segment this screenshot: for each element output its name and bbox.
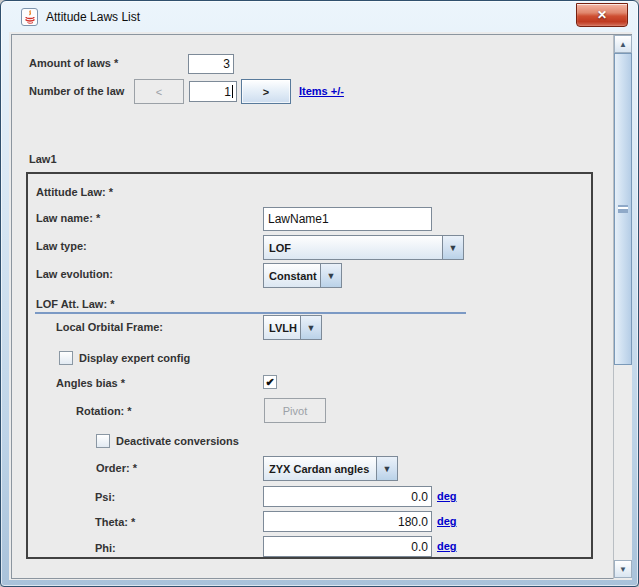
close-button[interactable]: ✕ <box>576 3 628 27</box>
scrollbar-thumb[interactable] <box>614 53 632 365</box>
rotation-label: Rotation: * <box>76 405 132 417</box>
attitude-law-label: Attitude Law: * <box>36 186 113 198</box>
psi-deg-link[interactable]: deg <box>437 490 457 502</box>
order-combobox[interactable]: ZYX Cardan angles ▼ <box>263 456 398 481</box>
section-separator <box>35 312 466 314</box>
display-expert-config-checkbox[interactable] <box>59 351 73 365</box>
angles-bias-checkbox[interactable]: ✔ <box>263 375 277 389</box>
law-name-label: Law name: * <box>36 212 100 224</box>
local-orbital-frame-label: Local Orbital Frame: <box>56 321 163 333</box>
deactivate-conversions-label: Deactivate conversions <box>116 435 239 447</box>
number-of-law-label: Number of the law <box>29 85 124 97</box>
law-evolution-label: Law evolution: <box>36 268 113 280</box>
java-icon <box>21 8 38 26</box>
next-law-button[interactable]: > <box>241 79 291 104</box>
theta-field[interactable]: 180.0 <box>263 511 432 532</box>
attitude-laws-window: Attitude Laws List ✕ Amount of laws * 3 … <box>0 0 639 587</box>
law-group-title: Law1 <box>29 153 57 165</box>
titlebar: Attitude Laws List ✕ <box>1 1 638 32</box>
chevron-down-icon: ▼ <box>442 236 463 259</box>
angles-bias-label: Angles bias * <box>56 377 125 389</box>
chevron-down-icon: ▼ <box>376 457 397 480</box>
chevron-down-icon: ▼ <box>320 264 341 287</box>
pivot-button[interactable]: Pivot <box>264 398 326 423</box>
scrollbar-grip-icon <box>618 205 628 213</box>
text-caret <box>232 85 233 98</box>
psi-field[interactable]: 0.0 <box>263 486 432 507</box>
scroll-up-icon: ▲ <box>619 40 627 49</box>
items-plus-minus-link[interactable]: Items +/- <box>299 85 344 97</box>
vertical-scrollbar[interactable]: ▲ ▼ <box>613 35 632 579</box>
psi-label: Psi: <box>95 491 115 503</box>
scroll-up-button[interactable]: ▲ <box>614 35 632 53</box>
scroll-down-button[interactable]: ▼ <box>614 560 632 578</box>
window-title: Attitude Laws List <box>46 10 140 24</box>
law-type-combobox[interactable]: LOF ▼ <box>263 235 464 260</box>
scroll-down-icon: ▼ <box>619 565 627 574</box>
law-name-field[interactable]: LawName1 <box>263 207 432 231</box>
lof-att-law-label: LOF Att. Law: * <box>36 298 114 310</box>
deactivate-conversions-checkbox[interactable] <box>96 434 110 448</box>
phi-deg-link[interactable]: deg <box>437 540 457 552</box>
amount-of-laws-field[interactable]: 3 <box>188 54 234 74</box>
chevron-down-icon: ▼ <box>300 316 321 339</box>
phi-label: Phi: <box>95 542 116 554</box>
local-orbital-frame-combobox[interactable]: LVLH ▼ <box>263 315 322 340</box>
number-of-law-field[interactable]: 1 <box>189 81 237 102</box>
display-expert-config-label: Display expert config <box>79 352 190 364</box>
order-label: Order: * <box>96 462 137 474</box>
theta-label: Theta: * <box>95 516 135 528</box>
previous-law-button[interactable]: < <box>134 79 184 104</box>
law-evolution-combobox[interactable]: Constant ▼ <box>263 263 342 288</box>
law-type-label: Law type: <box>36 240 87 252</box>
amount-of-laws-label: Amount of laws * <box>29 57 118 69</box>
theta-deg-link[interactable]: deg <box>437 515 457 527</box>
phi-field[interactable]: 0.0 <box>263 536 432 557</box>
